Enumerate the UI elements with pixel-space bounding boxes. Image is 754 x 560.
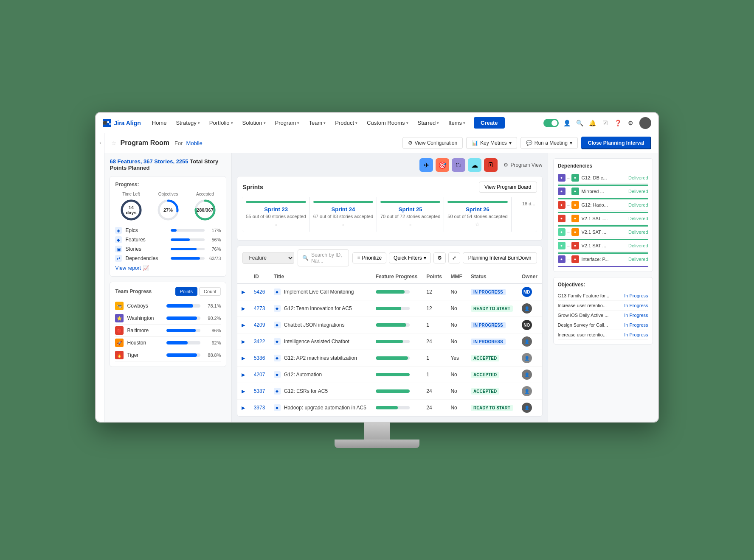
expand-icon[interactable]: ▶: [242, 405, 245, 410]
planning-interval-burndown-button[interactable]: Planning Interval BurnDown: [463, 252, 537, 263]
settings-button[interactable]: ⚙: [433, 252, 446, 263]
subheader: ☆ Program Room For Mobile ⚙ View Configu…: [104, 133, 658, 153]
feature-id-link[interactable]: 3973: [254, 405, 265, 411]
key-metrics-button[interactable]: 📊 Key Metrics ▾: [466, 137, 517, 149]
feature-status-badge: IN PROGRESS: [471, 289, 505, 295]
settings-icon[interactable]: ⚙: [627, 119, 635, 127]
nav-starred[interactable]: Starred▾: [414, 117, 444, 129]
feature-progress-bar: [376, 356, 410, 360]
objective-status: In Progress: [624, 303, 648, 308]
sprints-title: Sprints: [242, 184, 263, 190]
feature-id-link[interactable]: 4209: [254, 322, 265, 328]
nav-solution[interactable]: Solution▾: [238, 117, 270, 129]
progress-title: Progress:: [115, 182, 221, 188]
col-progress[interactable]: Feature Progress: [371, 270, 422, 283]
tool-icon-3[interactable]: ☁: [468, 158, 481, 172]
expand-icon[interactable]: ▶: [242, 372, 245, 377]
prioritize-button[interactable]: ≡ Prioritize: [352, 252, 386, 263]
count-tab[interactable]: Count: [199, 287, 221, 296]
tool-icon-1[interactable]: 🎯: [436, 158, 449, 172]
col-points[interactable]: Points: [422, 270, 446, 283]
expand-icon[interactable]: ▶: [242, 389, 245, 394]
tool-icon-2[interactable]: 🗂: [452, 158, 465, 172]
view-program-board-button[interactable]: View Program Board: [479, 182, 537, 193]
objectives-circle: Objectives 27%: [156, 192, 180, 222]
search-input-wrapper[interactable]: 🔍 Search by ID, Nar...: [298, 249, 349, 266]
dep-status: Delivered: [628, 216, 648, 221]
nav-team[interactable]: Team▾: [304, 117, 330, 129]
tool-icon-4[interactable]: 🗓: [484, 158, 498, 172]
dep-text: G12: Hado...: [582, 202, 626, 207]
dependencies-section: Dependencies ● → ● G12: DB c... Delivere…: [553, 158, 653, 272]
view-report-link[interactable]: View report 📈: [115, 265, 221, 271]
feature-status-badge: ACCEPTED: [471, 388, 499, 395]
expand-icon[interactable]: ▶: [242, 356, 245, 361]
feature-status-badge: IN PROGRESS: [471, 322, 505, 328]
center-panel: ✈ 🎯 🗂 ☁ 🗓 ⚙ Program View Sprints: [232, 153, 547, 422]
col-owner[interactable]: Owner: [518, 270, 542, 283]
feature-id-link[interactable]: 4273: [254, 305, 265, 311]
feature-id-link[interactable]: 4207: [254, 372, 265, 378]
points-tab[interactable]: Points: [175, 287, 198, 296]
feature-points: 1: [422, 317, 446, 333]
drag-icon: ⬦: [246, 221, 306, 227]
feature-points: 12: [422, 300, 446, 317]
col-expand: [237, 270, 249, 283]
dep-status: Delivered: [628, 230, 648, 235]
quick-filters-button[interactable]: Quick Filters ▾: [389, 252, 431, 263]
sidebar-toggle[interactable]: ‹: [96, 133, 104, 422]
tool-icon-0[interactable]: ✈: [419, 158, 433, 172]
checkbox-icon[interactable]: ☑: [601, 119, 610, 127]
help-icon[interactable]: ❓: [614, 119, 622, 127]
dependencies-title: Dependencies: [558, 163, 648, 169]
feature-id-link[interactable]: 5387: [254, 388, 265, 394]
dependency-row: ● → ● Mirrored ... Delivered: [558, 186, 648, 199]
expand-icon[interactable]: ▶: [242, 339, 245, 344]
feature-type-icon: ◆: [274, 338, 281, 345]
close-planning-interval-button[interactable]: Close Planning Interval: [581, 137, 651, 149]
user-icon[interactable]: 👤: [563, 119, 571, 127]
feature-id-link[interactable]: 3422: [254, 339, 265, 344]
objective-text: Increase user retentio...: [558, 332, 621, 337]
nav-strategy[interactable]: Strategy▾: [172, 117, 204, 129]
expand-button[interactable]: ⤢: [448, 252, 460, 263]
col-status[interactable]: Status: [467, 270, 518, 283]
feature-status-badge: ACCEPTED: [471, 355, 499, 361]
feature-id-link[interactable]: 5426: [254, 289, 265, 295]
run-meeting-button[interactable]: 💬 Run a Meeting ▾: [520, 137, 578, 149]
nav-program[interactable]: Program▾: [271, 117, 304, 129]
col-title[interactable]: Title: [270, 270, 371, 283]
for-name[interactable]: Mobile: [186, 140, 203, 146]
feature-filter-select[interactable]: Feature: [242, 252, 294, 264]
col-mmf[interactable]: MMF: [446, 270, 467, 283]
view-configuration-button[interactable]: ⚙ View Configuration: [402, 137, 463, 149]
nav-product[interactable]: Product▾: [331, 117, 362, 129]
app-logo[interactable]: Jira Align: [103, 119, 141, 127]
program-view-button[interactable]: ⚙ Program View: [504, 162, 542, 168]
feature-owner-avatar: MD: [522, 287, 532, 297]
nav-items[interactable]: Items▾: [444, 117, 470, 129]
nav-home[interactable]: Home: [148, 117, 171, 129]
nav-custom-rooms[interactable]: Custom Rooms▾: [363, 117, 413, 129]
nav-portfolio[interactable]: Portfolio▾: [205, 117, 237, 129]
feature-type-icon: ◆: [274, 305, 281, 312]
avatar-icon[interactable]: [639, 117, 651, 129]
drag-icon: ⬦: [313, 221, 373, 227]
dep-status: Delivered: [628, 257, 648, 262]
nav-toggle[interactable]: [543, 119, 559, 127]
dep-status: Delivered: [628, 175, 648, 180]
dep-from-icon: ●: [558, 174, 566, 182]
objective-row: Design Survey for Call... In Progress: [558, 320, 648, 330]
expand-icon[interactable]: ▶: [242, 289, 245, 294]
col-id[interactable]: ID: [250, 270, 270, 283]
feature-id-link[interactable]: 5386: [254, 355, 265, 361]
create-button[interactable]: Create: [474, 117, 504, 129]
feature-status-badge: READY TO START: [471, 405, 513, 411]
chart-icon: 📈: [143, 265, 149, 271]
star-icon[interactable]: ☆: [111, 140, 117, 146]
dependencies-icon: ⇄: [115, 255, 122, 262]
expand-icon[interactable]: ▶: [242, 322, 245, 328]
expand-icon[interactable]: ▶: [242, 306, 245, 311]
search-icon[interactable]: 🔍: [576, 119, 584, 127]
bell-icon[interactable]: 🔔: [588, 119, 597, 127]
